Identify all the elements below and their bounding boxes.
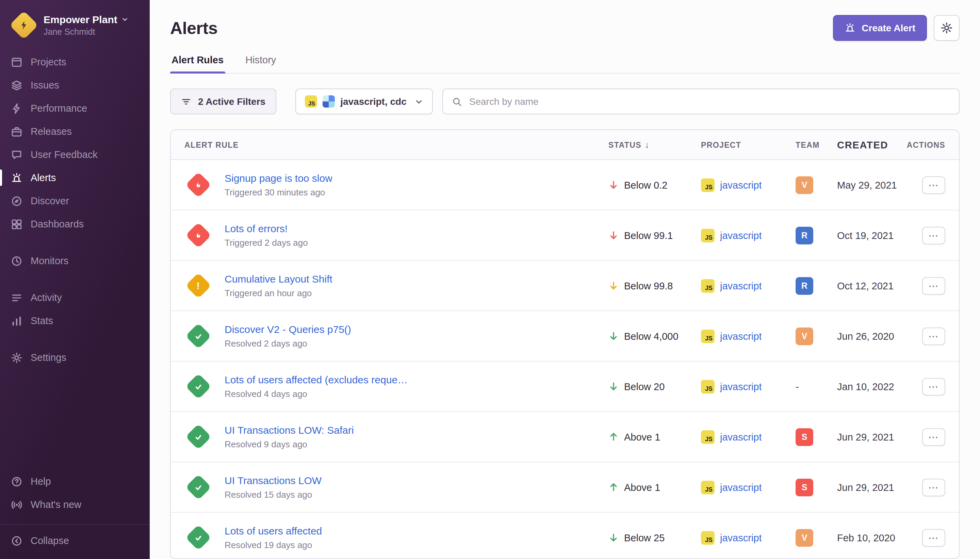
exclamation-icon: ! <box>197 281 200 290</box>
ellipsis-icon: ⋯ <box>928 331 939 341</box>
status-arrow-icon <box>609 381 619 392</box>
sidebar-item-settings[interactable]: Settings <box>0 346 150 369</box>
alert-rule-link[interactable]: Lots of errors! <box>224 223 308 234</box>
alert-rule-subtext: Resolved 2 days ago <box>224 338 351 349</box>
alert-rule-row: UI Transactions LOW: Safari Resolved 9 d… <box>171 412 959 462</box>
sidebar-item-projects[interactable]: Projects <box>0 50 150 74</box>
alert-type-badge <box>185 172 211 198</box>
row-actions-button[interactable]: ⋯ <box>922 176 945 194</box>
team-avatar: R <box>795 227 813 244</box>
project-link[interactable]: javascript <box>720 482 762 493</box>
alerts-settings-button[interactable] <box>934 15 960 41</box>
app-window: Empower Plant Jane Schmidt Projects Issu… <box>0 0 980 559</box>
alert-rule-subtext: Triggered an hour ago <box>224 288 332 298</box>
sidebar-item-label: Projects <box>31 56 66 68</box>
tab-history[interactable]: History <box>244 49 277 73</box>
alert-rule-link[interactable]: Cumulative Layout Shift <box>224 273 332 284</box>
sidebar-item-user-feedback[interactable]: User Feedback <box>0 143 150 166</box>
created-date: May 29, 2021 <box>837 179 912 190</box>
sidebar-item-help[interactable]: Help <box>0 470 150 493</box>
sidebar-item-discover[interactable]: Discover <box>0 189 150 212</box>
cdc-project-icon <box>323 95 335 108</box>
alert-rule-link[interactable]: UI Transactions LOW <box>224 475 322 486</box>
row-actions-button[interactable]: ⋯ <box>922 428 945 446</box>
sidebar-nav: Projects Issues Performance Releases Use… <box>0 50 150 369</box>
row-actions-button[interactable]: ⋯ <box>922 377 945 395</box>
alert-rule-link[interactable]: UI Transactions LOW: Safari <box>224 424 354 436</box>
alert-rule-link[interactable]: Lots of users affected (excludes reque… <box>224 374 408 385</box>
project-link[interactable]: javascript <box>720 381 762 392</box>
flame-icon <box>194 180 203 190</box>
alert-type-badge <box>185 222 211 248</box>
project-link[interactable]: javascript <box>720 179 762 190</box>
org-switcher[interactable]: Empower Plant Jane Schmidt <box>0 0 150 46</box>
sidebar-item-whats-new[interactable]: What's new <box>0 493 150 516</box>
sidebar-item-dashboards[interactable]: Dashboards <box>0 212 150 236</box>
help-icon <box>11 476 23 487</box>
sidebar-item-label: User Feedback <box>31 149 98 160</box>
created-date: Jun 29, 2021 <box>837 431 912 442</box>
created-date: Jun 29, 2021 <box>837 482 912 493</box>
sidebar-item-activity[interactable]: Activity <box>0 286 150 309</box>
alert-rule-link[interactable]: Signup page is too slow <box>224 172 332 184</box>
team-avatar: S <box>795 428 813 446</box>
status-value: Below 20 <box>624 381 665 392</box>
active-filters-label: 2 Active Filters <box>198 96 266 107</box>
row-actions-button[interactable]: ⋯ <box>922 327 945 345</box>
team-avatar: R <box>795 277 813 294</box>
alert-rules-table: Alert Rule Status ↓ Project Team Created… <box>170 129 960 559</box>
column-header-status[interactable]: Status ↓ <box>609 140 701 150</box>
sidebar-item-releases[interactable]: Releases <box>0 120 150 143</box>
sidebar-item-label: Performance <box>31 103 87 114</box>
sidebar-item-label: Collapse <box>31 535 69 546</box>
dashboards-icon <box>11 218 23 230</box>
nav-divider <box>0 236 150 249</box>
project-link[interactable]: javascript <box>720 431 762 442</box>
team-avatar: V <box>795 327 813 345</box>
sidebar-item-monitors[interactable]: Monitors <box>0 249 150 272</box>
sidebar-item-label: Releases <box>31 126 72 137</box>
row-actions-button[interactable]: ⋯ <box>922 277 945 294</box>
project-link[interactable]: javascript <box>720 280 762 291</box>
active-filters-button[interactable]: 2 Active Filters <box>170 89 276 114</box>
alert-rule-link[interactable]: Lots of users affected <box>224 525 322 536</box>
javascript-project-icon: JS <box>701 228 714 242</box>
row-actions-button[interactable]: ⋯ <box>922 227 945 244</box>
created-date: Jan 10, 2022 <box>837 381 912 392</box>
tab-alert-rules[interactable]: Alert Rules <box>170 49 225 73</box>
status-value: Above 1 <box>624 482 660 493</box>
sidebar-item-issues[interactable]: Issues <box>0 74 150 97</box>
status-arrow-icon <box>609 331 619 341</box>
sidebar-item-performance[interactable]: Performance <box>0 97 150 120</box>
javascript-project-icon: JS <box>701 430 714 443</box>
sidebar-item-label: Help <box>31 476 51 487</box>
project-link[interactable]: javascript <box>720 230 762 241</box>
alert-rule-subtext: Triggered 30 minutes ago <box>224 187 332 197</box>
user-feedback-icon <box>11 149 23 160</box>
ellipsis-icon: ⋯ <box>928 230 939 240</box>
project-link[interactable]: javascript <box>720 331 762 341</box>
javascript-project-icon: JS <box>701 279 714 293</box>
alert-rule-link[interactable]: Discover V2 - Queries p75() <box>224 323 351 335</box>
project-link[interactable]: javascript <box>720 532 762 543</box>
javascript-project-icon: JS <box>701 531 714 544</box>
releases-icon <box>11 126 23 137</box>
row-actions-button[interactable]: ⋯ <box>922 529 945 546</box>
sidebar-item-stats[interactable]: Stats <box>0 309 150 332</box>
nav-divider <box>0 272 150 286</box>
alert-rule-row: Discover V2 - Queries p75() Resolved 2 d… <box>171 311 959 362</box>
search-input[interactable] <box>469 96 950 107</box>
sidebar-item-collapse[interactable]: Collapse <box>0 529 150 552</box>
performance-icon <box>11 103 23 114</box>
create-alert-button[interactable]: Create Alert <box>833 15 927 41</box>
status-value: Below 99.1 <box>624 230 673 241</box>
header-actions: Create Alert <box>833 15 960 41</box>
status-arrow-icon <box>609 281 619 291</box>
sidebar-footer: Help What's new Collapse <box>0 470 150 552</box>
project-filter-dropdown[interactable]: JS javascript, cdc <box>295 89 433 114</box>
filter-icon <box>181 96 191 107</box>
collapse-icon <box>11 535 23 546</box>
sidebar-item-alerts[interactable]: Alerts <box>0 166 150 189</box>
ellipsis-icon: ⋯ <box>928 432 939 442</box>
row-actions-button[interactable]: ⋯ <box>922 478 945 496</box>
